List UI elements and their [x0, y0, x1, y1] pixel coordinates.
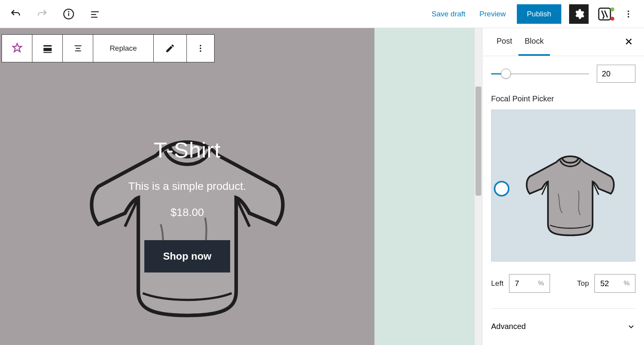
focal-point-marker[interactable]	[494, 181, 509, 196]
edit-button[interactable]	[154, 35, 187, 62]
svg-rect-12	[43, 52, 51, 53]
redo-button[interactable]	[34, 6, 50, 22]
tab-post[interactable]: Post	[490, 28, 518, 56]
info-button[interactable]	[61, 6, 76, 22]
advanced-panel-toggle[interactable]: Advanced	[491, 308, 635, 344]
svg-point-9	[628, 16, 629, 18]
editor-canvas[interactable]: Replace T-Shirt This is a simple product…	[0, 28, 474, 345]
slider-thumb[interactable]	[501, 69, 511, 79]
yoast-readability-dot	[610, 7, 614, 11]
product-title[interactable]: T-Shirt	[0, 137, 374, 163]
product-description[interactable]: This is a simple product.	[0, 180, 374, 193]
yoast-button[interactable]	[596, 6, 613, 22]
svg-point-16	[200, 45, 201, 46]
product-price: $18.00	[0, 206, 374, 219]
focal-top-input[interactable]: 52 %	[594, 274, 635, 293]
top-label: Top	[577, 279, 589, 288]
chevron-down-icon	[627, 322, 635, 331]
outline-button[interactable]	[87, 6, 103, 22]
svg-point-8	[628, 13, 629, 15]
svg-rect-11	[43, 48, 51, 51]
svg-rect-6	[599, 8, 610, 20]
svg-point-18	[200, 50, 201, 52]
canvas-scrollbar[interactable]	[474, 28, 482, 345]
undo-button[interactable]	[8, 6, 23, 22]
replace-media-button[interactable]: Replace	[93, 35, 154, 62]
editor-topbar: Save draft Preview Publish	[0, 0, 644, 28]
block-more-button[interactable]	[187, 35, 214, 62]
yoast-seo-dot	[610, 17, 614, 21]
content-align-button[interactable]	[63, 35, 93, 62]
focal-preview-image	[520, 138, 621, 239]
focal-point-picker[interactable]	[491, 110, 635, 262]
shop-now-button[interactable]: Shop now	[144, 240, 230, 272]
tab-block[interactable]: Block	[518, 28, 550, 56]
block-toolbar: Replace	[2, 34, 215, 62]
svg-rect-10	[43, 45, 51, 47]
svg-point-17	[200, 48, 201, 49]
settings-button[interactable]	[569, 4, 589, 24]
focal-left-input[interactable]: 7 %	[509, 274, 550, 293]
left-label: Left	[491, 279, 504, 288]
align-button[interactable]	[32, 35, 63, 62]
scrollbar-thumb[interactable]	[475, 87, 481, 196]
svg-point-7	[628, 11, 629, 12]
overlay-opacity-slider[interactable]	[491, 73, 589, 74]
settings-sidebar: Post Block ✕ Focal Point Picker	[482, 28, 644, 345]
more-options-button[interactable]	[621, 6, 636, 22]
save-draft-button[interactable]: Save draft	[428, 7, 468, 21]
block-type-button[interactable]	[2, 35, 32, 62]
preview-button[interactable]: Preview	[476, 7, 509, 21]
focal-point-label: Focal Point Picker	[491, 94, 635, 103]
overlay-opacity-input[interactable]	[597, 65, 635, 83]
close-sidebar-button[interactable]: ✕	[621, 33, 636, 51]
publish-button[interactable]: Publish	[517, 4, 561, 24]
svg-point-2	[68, 11, 69, 12]
